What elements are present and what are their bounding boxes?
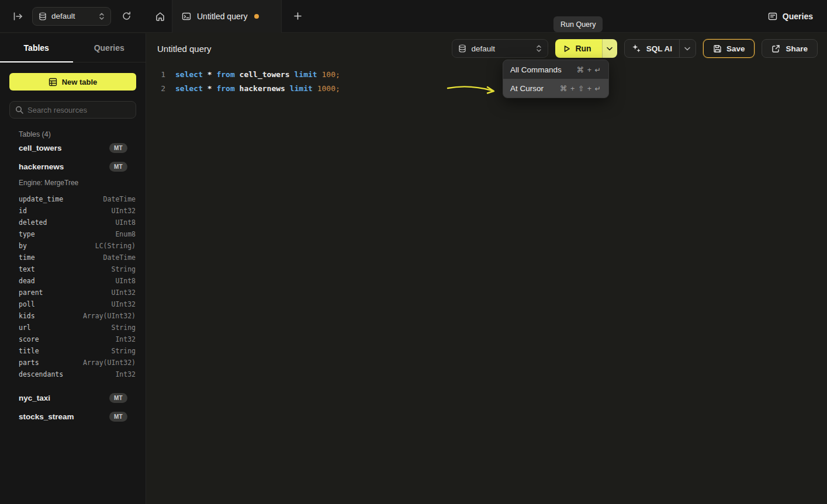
sidebar-tab-queries[interactable]: Queries (73, 33, 146, 62)
code-line: 1 select * from cell_towers limit 100; (147, 67, 827, 81)
column-row[interactable]: url String (19, 322, 136, 333)
run-options-menu: All Commands ⌘ + ↵ At Cursor ⌘ + ⇧ + ↵ (503, 60, 609, 98)
queries-button-label: Queries (783, 12, 813, 21)
menu-item-at-cursor[interactable]: At Cursor ⌘ + ⇧ + ↵ (503, 79, 608, 98)
sql-editor[interactable]: 1 select * from cell_towers limit 100; 2… (147, 64, 827, 95)
sidebar: Tables Queries New table Tables (4) cell… (0, 33, 146, 504)
column-type: Int32 (115, 370, 136, 378)
column-name: parts (19, 359, 39, 367)
column-type: Array(UInt32) (83, 312, 136, 320)
column-type: Int32 (115, 335, 136, 343)
search-resources-input[interactable] (27, 106, 130, 114)
search-icon (15, 106, 23, 114)
hackernews-columns: update_time DateTime id UInt32 deleted U… (19, 193, 136, 380)
line-number: 2 (157, 84, 165, 93)
sql-ai-button[interactable]: SQL AI (625, 40, 679, 57)
column-row[interactable]: deleted UInt8 (19, 217, 136, 228)
column-type: String (111, 347, 136, 355)
chevron-down-icon (684, 47, 690, 51)
toolbar-database-selector[interactable]: default (452, 39, 548, 58)
topbar-database-selector[interactable]: default (32, 7, 111, 26)
sidebar-tab-tables[interactable]: Tables (0, 33, 73, 62)
home-icon[interactable] (155, 11, 165, 22)
engine-badge: MT (109, 143, 127, 153)
column-type: UInt8 (115, 277, 136, 285)
code-text: select * from cell_towers limit 100; (175, 70, 340, 79)
refresh-icon[interactable] (122, 11, 132, 21)
toolbar-database-value: default (471, 44, 495, 53)
column-type: String (111, 324, 136, 332)
column-type: Enum8 (115, 230, 136, 238)
column-row[interactable]: poll UInt32 (19, 298, 136, 310)
shortcut-hint: ⌘ + ⇧ + ↵ (560, 84, 601, 93)
column-row[interactable]: text String (19, 263, 136, 275)
column-row[interactable]: type Enum8 (19, 228, 136, 240)
column-row[interactable]: kids Array(UInt32) (19, 310, 136, 322)
column-type: Array(UInt32) (83, 359, 136, 367)
unsaved-indicator-dot (254, 14, 259, 19)
query-header: Untitled query default Run (147, 33, 827, 64)
table-row-hackernews[interactable]: hackernews MT (19, 157, 136, 176)
share-icon (771, 44, 780, 53)
run-button[interactable]: Run (555, 39, 601, 58)
column-name: text (19, 265, 35, 273)
column-type: DateTime (103, 253, 136, 262)
run-query-tooltip: Run Query (553, 16, 603, 32)
new-tab-plus-icon[interactable] (293, 12, 302, 20)
save-button[interactable]: Save (703, 39, 755, 58)
column-row[interactable]: by LC(String) (19, 240, 136, 252)
code-line: 2 select * from hackernews limit 1000; (147, 81, 827, 95)
table-row-cell-towers[interactable]: cell_towers MT (19, 138, 136, 157)
column-name: title (19, 347, 39, 355)
column-row[interactable]: descendants Int32 (19, 369, 136, 380)
query-tab-icon (182, 12, 191, 21)
table-grid-icon (49, 78, 57, 86)
column-name: by (19, 242, 27, 250)
sidebar-toggle-icon[interactable] (13, 12, 23, 21)
run-button-label: Run (575, 44, 591, 53)
query-tab[interactable]: Untitled query (172, 0, 282, 33)
column-row[interactable]: parent UInt32 (19, 287, 136, 298)
column-row[interactable]: parts Array(UInt32) (19, 357, 136, 369)
queries-icon (768, 12, 777, 21)
column-row[interactable]: id UInt32 (19, 205, 136, 217)
column-name: url (19, 324, 31, 332)
column-type: UInt32 (111, 207, 136, 215)
topbar: default Untitled query Queries (0, 0, 827, 33)
table-row-nyc-taxi[interactable]: nyc_taxi MT (19, 388, 136, 407)
column-name: type (19, 230, 35, 238)
query-title: Untitled query (157, 44, 212, 54)
new-table-button[interactable]: New table (9, 73, 136, 91)
database-icon (39, 12, 47, 20)
sql-ai-split-button: SQL AI (624, 39, 696, 58)
play-icon (563, 45, 570, 53)
shortcut-hint: ⌘ + ↵ (577, 65, 601, 74)
query-toolbar: default Run (452, 39, 818, 58)
column-row[interactable]: update_time DateTime (19, 193, 136, 205)
column-row[interactable]: title String (19, 345, 136, 357)
run-options-button[interactable] (602, 39, 617, 58)
column-name: poll (19, 300, 35, 308)
column-type: LC(String) (95, 242, 136, 250)
query-tab-title: Untitled query (197, 12, 247, 21)
sql-ai-options-button[interactable] (679, 40, 695, 57)
share-button-label: Share (786, 44, 808, 53)
engine-badge: MT (109, 393, 127, 403)
queries-button[interactable]: Queries (768, 12, 813, 21)
topbar-database-value: default (51, 12, 75, 20)
table-row-stocks-stream[interactable]: stocks_stream MT (19, 407, 136, 426)
column-row[interactable]: score Int32 (19, 333, 136, 345)
tables-section-title: Tables (4) (19, 130, 136, 138)
save-button-label: Save (726, 44, 745, 53)
column-row[interactable]: time DateTime (19, 252, 136, 263)
save-icon (713, 44, 722, 53)
menu-item-all-commands[interactable]: All Commands ⌘ + ↵ (503, 60, 608, 79)
chevron-down-icon (607, 47, 613, 51)
main-area: Untitled query default Run (147, 33, 827, 504)
share-button[interactable]: Share (762, 39, 818, 58)
column-row[interactable]: dead UInt8 (19, 275, 136, 287)
column-type: UInt32 (111, 289, 136, 297)
column-name: deleted (19, 218, 47, 227)
chevron-updown-icon (536, 44, 542, 53)
engine-badge: MT (109, 412, 127, 422)
